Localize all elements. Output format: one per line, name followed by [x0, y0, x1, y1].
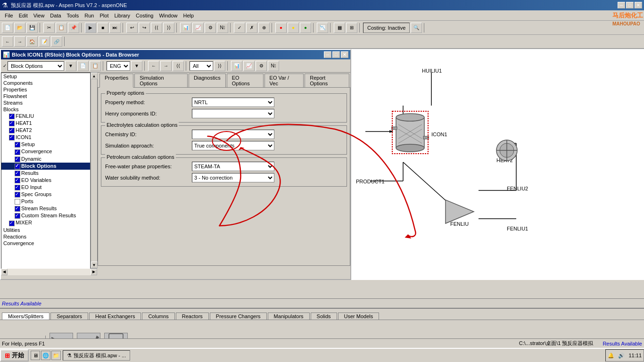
tb7[interactable]: ↩ [126, 23, 138, 33]
method-select[interactable]: NRTL [192, 98, 274, 107]
nav-properties[interactable]: Properties [1, 86, 90, 93]
tb17[interactable]: ⊕ [258, 23, 270, 33]
tab-sim-options[interactable]: Simulation Options [134, 74, 188, 87]
menu-library[interactable]: Library [111, 12, 133, 19]
nav-streams[interactable]: Streams [1, 99, 90, 106]
nav-icon1-setup[interactable]: Setup [1, 141, 90, 148]
dlg-tb10[interactable]: 📈 [243, 61, 255, 71]
dlg-tb12[interactable]: N⃣ [268, 61, 279, 71]
sim-approach-select[interactable]: True components [192, 141, 274, 150]
nav-dropdown[interactable]: Block Options [8, 61, 64, 71]
close-btn[interactable]: ✕ [635, 2, 642, 8]
cut-btn[interactable]: ✂ [43, 23, 55, 33]
nav-results[interactable]: Results [1, 170, 90, 177]
nav-heat1[interactable]: HEAT1 [1, 120, 90, 127]
tb26[interactable]: 🏠 [26, 36, 38, 47]
menu-edit[interactable]: Edit [16, 12, 31, 19]
nav-setup[interactable]: Setup [1, 73, 90, 80]
scroll-up[interactable]: ▲ [91, 73, 98, 79]
nav-ports[interactable]: Ports [1, 198, 90, 205]
red-circle[interactable]: ● [275, 23, 287, 33]
henry-select[interactable] [192, 109, 274, 118]
tab-heat-exchangers[interactable]: Heat Exchangers [89, 313, 141, 320]
nav-mixer[interactable]: MIXER [1, 219, 90, 226]
menu-help[interactable]: Help [181, 12, 197, 19]
nav-block-options[interactable]: Block Options [1, 163, 90, 170]
green-circle[interactable]: ● [300, 23, 311, 33]
nav-icon1[interactable]: ICON1 [1, 134, 90, 141]
tab-properties[interactable]: Properties [99, 74, 133, 88]
dialog-close[interactable]: ✕ [341, 51, 348, 58]
save-btn[interactable]: 💾 [26, 23, 38, 33]
tab-manipulators[interactable]: Manipulators [268, 313, 310, 320]
nav-custom-stream[interactable]: Custom Stream Results [1, 212, 90, 219]
menu-data[interactable]: Data [47, 12, 64, 19]
tb24[interactable]: ← [2, 36, 13, 47]
menu-tools[interactable]: Tools [64, 12, 82, 19]
nav-conv[interactable]: Convergence [1, 240, 90, 247]
nav-flowsheet[interactable]: Flowsheet [1, 93, 90, 99]
taskbar-icon3[interactable]: 📁 [51, 351, 61, 360]
tb11[interactable]: 📊 [180, 23, 191, 33]
water-solubility-select[interactable]: 3 - No correction [192, 173, 274, 182]
free-water-select[interactable]: STEAM-TA [192, 162, 274, 171]
scroll-left[interactable]: ◀ [1, 269, 8, 275]
tb10[interactable]: ⟩⟩ [163, 23, 174, 33]
nav-reactions[interactable]: Reactions [1, 233, 90, 240]
tb25[interactable]: → [14, 36, 25, 47]
dlg-tb6[interactable]: → [160, 61, 172, 71]
dlg-tb4[interactable]: ▼ [131, 61, 142, 71]
minimize-btn[interactable]: ─ [618, 2, 625, 8]
tab-diagnostics[interactable]: Diagnostics [189, 74, 226, 87]
tab-separators[interactable]: Separators [50, 313, 88, 320]
dlg-tb7[interactable]: ⟨⟨ [173, 61, 184, 71]
dlg-tb1[interactable]: ▼ [65, 61, 76, 71]
dialog-min[interactable]: ─ [324, 51, 331, 58]
tab-eo-var[interactable]: EO Var / Vec [264, 74, 304, 87]
tab-pressure-changers[interactable]: Pressure Changers [210, 313, 267, 320]
nav-scrollbar[interactable]: ▲ ▼ [91, 73, 97, 268]
maximize-btn[interactable]: □ [626, 2, 634, 8]
start-button[interactable]: ⊞ 开始 [0, 349, 29, 362]
taskbar-app-aspen[interactable]: ⚗ 预反应器 模拟.apw - ... [63, 350, 130, 361]
tb15[interactable]: ✓ [234, 23, 245, 33]
nav-spec-groups[interactable]: Spec Groups [1, 191, 90, 198]
nav-fenliu[interactable]: FENLIU [1, 113, 90, 120]
tab-user-models[interactable]: User Models [338, 313, 380, 320]
nav-utilities[interactable]: Utilities [1, 227, 90, 233]
dlg-tb2[interactable]: 📄 [77, 61, 89, 71]
tb14[interactable]: N⃣ [217, 23, 228, 33]
dlg-tb9[interactable]: 📊 [231, 61, 242, 71]
chemistry-select[interactable] [192, 130, 274, 139]
nav-heat2[interactable]: HEAT2 [1, 127, 90, 134]
tb13[interactable]: ⚙ [205, 23, 216, 33]
nav-stream-results[interactable]: Stream Results [1, 205, 90, 212]
tb27[interactable]: 📝 [39, 36, 50, 47]
tb21[interactable]: ▦ [334, 23, 345, 33]
menu-plot[interactable]: Plot [97, 12, 111, 19]
tab-columns[interactable]: Columns [142, 313, 174, 320]
nav-dynamic[interactable]: Dynamic [1, 156, 90, 163]
tb22[interactable]: ⊞ [346, 23, 357, 33]
open-btn[interactable]: 📂 [14, 23, 25, 33]
tab-solids[interactable]: Solids [311, 313, 337, 320]
scroll-down[interactable]: ▼ [91, 262, 98, 268]
dlg-tb11[interactable]: ⚙ [256, 61, 267, 71]
nav-convergence[interactable]: Convergence [1, 148, 90, 155]
nav-blocks[interactable]: Blocks [1, 106, 90, 113]
copy-btn[interactable]: 📋 [56, 23, 67, 33]
dlg-tb5[interactable]: ← [148, 61, 159, 71]
tab-reactors[interactable]: Reactors [176, 313, 209, 320]
tb8[interactable]: ↪ [139, 23, 150, 33]
filter-dropdown[interactable]: All [190, 61, 213, 71]
nav-eo-input[interactable]: EO Input [1, 184, 90, 191]
menu-view[interactable]: View [31, 12, 48, 19]
menu-run[interactable]: Run [82, 12, 97, 19]
paste-btn[interactable]: 📌 [68, 23, 79, 33]
step-btn[interactable]: ⏭ [109, 23, 121, 33]
taskbar-desktop-icon[interactable]: 🖥 [31, 351, 40, 360]
tb23[interactable]: 🔍 [411, 23, 422, 33]
taskbar-ie-icon[interactable]: 🌐 [41, 351, 50, 360]
new-btn[interactable]: 📄 [2, 23, 13, 33]
tab-report[interactable]: Report Options [305, 74, 349, 87]
